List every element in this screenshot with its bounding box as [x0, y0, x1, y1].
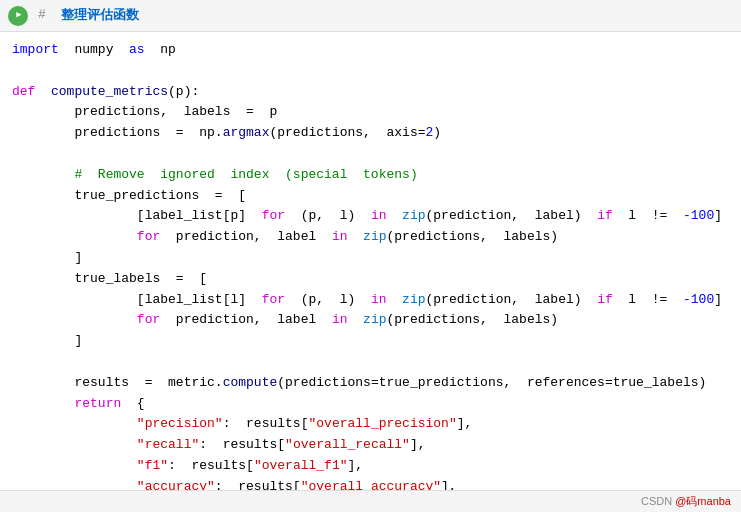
code-line: [label_list[l] for (p, l) in zip(predict…: [12, 290, 729, 311]
footer-text: CSDN @码manba: [641, 493, 731, 510]
footer: CSDN @码manba: [0, 490, 741, 512]
code-line: return {: [12, 394, 729, 415]
code-line: "f1": results["overall_f1"],: [12, 456, 729, 477]
toolbar-title: 整理评估函数: [61, 5, 139, 25]
run-button[interactable]: [8, 6, 28, 26]
code-line: true_predictions = [: [12, 186, 729, 207]
toolbar: # 整理评估函数: [0, 0, 741, 32]
code-line: "precision": results["overall_precision"…: [12, 414, 729, 435]
code-line: ]: [12, 248, 729, 269]
code-editor: # 整理评估函数 import numpy as np def compute_…: [0, 0, 741, 512]
code-line: "recall": results["overall_recall"],: [12, 435, 729, 456]
code-line-blank: [12, 61, 729, 82]
keyword-import: import: [12, 40, 59, 61]
code-line: "accuracy": results["overall_accuracy"],: [12, 477, 729, 490]
code-line-blank: [12, 352, 729, 373]
code-line: for prediction, label in zip(predictions…: [12, 227, 729, 248]
code-line: import numpy as np: [12, 40, 729, 61]
code-line: predictions = np.argmax(predictions, axi…: [12, 123, 729, 144]
code-line-blank: [12, 144, 729, 165]
code-line: true_labels = [: [12, 269, 729, 290]
footer-brand: @码manba: [675, 495, 731, 507]
code-line: for prediction, label in zip(predictions…: [12, 310, 729, 331]
code-line: predictions, labels = p: [12, 102, 729, 123]
toolbar-hash: #: [38, 5, 61, 25]
code-line: results = metric.compute(predictions=tru…: [12, 373, 729, 394]
code-line: def compute_metrics(p):: [12, 82, 729, 103]
code-line: [label_list[p] for (p, l) in zip(predict…: [12, 206, 729, 227]
code-line: # Remove ignored index (special tokens): [12, 165, 729, 186]
code-area: import numpy as np def compute_metrics(p…: [0, 32, 741, 490]
code-line: ]: [12, 331, 729, 352]
